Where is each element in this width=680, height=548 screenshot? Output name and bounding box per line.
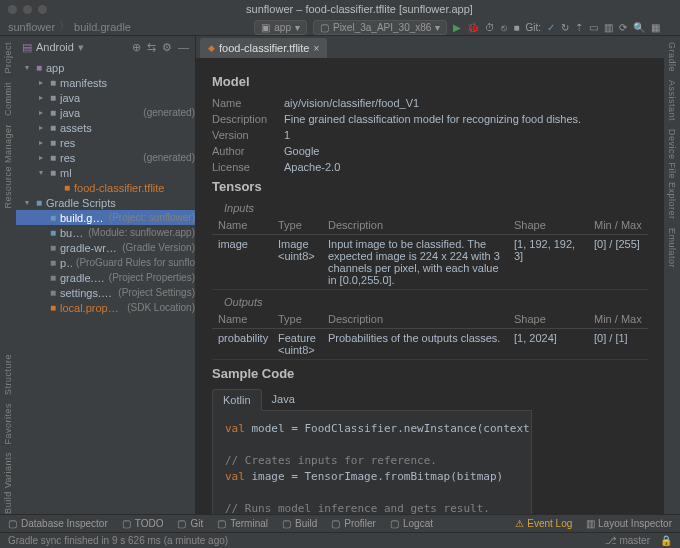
tool-tab-gradle[interactable]: Gradle xyxy=(667,42,677,72)
expand-icon[interactable]: ▸ xyxy=(36,93,46,102)
vcs-push-icon[interactable]: ⇡ xyxy=(575,22,583,33)
attach-icon[interactable]: ⎋ xyxy=(501,22,507,33)
tree-node-gradle-scripts[interactable]: ▾■Gradle Scripts xyxy=(16,195,195,210)
search-icon[interactable]: 🔍 xyxy=(633,22,645,33)
tool-icon: ▢ xyxy=(177,518,186,529)
tree-label: assets xyxy=(60,122,195,134)
split-icon[interactable]: ⇆ xyxy=(147,41,156,54)
editor-tabs: ◆ food-classifier.tflite × xyxy=(196,36,664,58)
col-shape: Shape xyxy=(508,216,588,235)
tree-node-settings-gradle[interactable]: ■settings.gradle(Project Settings) xyxy=(16,285,195,300)
tree-node-build-gradle[interactable]: ■build.gradle(Module: sunflower.app) xyxy=(16,225,195,240)
tool-tab-commit[interactable]: Commit xyxy=(3,82,13,116)
tool-tab-device-file-explorer[interactable]: Device File Explorer xyxy=(667,129,677,220)
tree-node-app[interactable]: ▾■app xyxy=(16,60,195,75)
lock-icon[interactable]: 🔒 xyxy=(660,535,672,546)
tool-icon: ▢ xyxy=(8,518,17,529)
layout-inspector[interactable]: ▥ Layout Inspector xyxy=(586,518,672,529)
vcs-commit-icon[interactable]: ↻ xyxy=(561,22,569,33)
left-tool-strip: ProjectCommitResource ManagerStructureFa… xyxy=(0,36,16,514)
tflite-icon: ◆ xyxy=(208,43,215,53)
tree-node-java[interactable]: ▸■java xyxy=(16,90,195,105)
module-selector[interactable]: ▣ app ▾ xyxy=(254,20,307,35)
tool-tab-build-variants[interactable]: Build Variants xyxy=(3,452,13,514)
device-selector[interactable]: ▢ Pixel_3a_API_30_x86 ▾ xyxy=(313,20,447,35)
tree-node-ml[interactable]: ▾■ml xyxy=(16,165,195,180)
editor-tab-label: food-classifier.tflite xyxy=(219,42,309,54)
gradle-icon: ■ xyxy=(46,227,60,238)
code-sample[interactable]: val model = FoodClassifier.newInstance(c… xyxy=(212,411,532,514)
tool-tab-favorites[interactable]: Favorites xyxy=(3,403,13,445)
folder-icon: ■ xyxy=(46,152,60,163)
tree-node-manifests[interactable]: ▸■manifests xyxy=(16,75,195,90)
window-controls[interactable] xyxy=(8,5,47,14)
target-icon[interactable]: ⊕ xyxy=(132,41,141,54)
breadcrumb-file[interactable]: build.gradle xyxy=(74,21,131,33)
tree-node-food-classifier-tflite[interactable]: ■food-classifier.tflite xyxy=(16,180,195,195)
col-shape: Shape xyxy=(508,310,588,329)
tree-node-res[interactable]: ▸■res xyxy=(16,135,195,150)
min-dot[interactable] xyxy=(23,5,32,14)
tree-node-build-gradle[interactable]: ■build.gradle(Project: sunflower) xyxy=(16,210,195,225)
git-branch[interactable]: ⎇ master xyxy=(605,535,650,546)
expand-icon[interactable]: ▾ xyxy=(22,198,32,207)
tree-node-gradle-wrapper-properties[interactable]: ■gradle-wrapper.properties(Gradle Versio… xyxy=(16,240,195,255)
settings-icon[interactable]: ▦ xyxy=(651,22,660,33)
tree-label: local.properties xyxy=(60,302,123,314)
sync-icon[interactable]: ⟳ xyxy=(619,22,627,33)
tool-tab-project[interactable]: Project xyxy=(3,42,13,74)
editor-tab-food-classifier[interactable]: ◆ food-classifier.tflite × xyxy=(200,38,327,58)
close-icon[interactable]: × xyxy=(313,43,319,54)
tree-node-java[interactable]: ▸■java(generated) xyxy=(16,105,195,120)
bottom-tool-logcat[interactable]: ▢ Logcat xyxy=(390,518,433,529)
project-view-title[interactable]: Android xyxy=(36,41,74,53)
gear-icon[interactable]: ⚙ xyxy=(162,41,172,54)
debug-icon[interactable]: 🐞 xyxy=(467,22,479,33)
bottom-tool-git[interactable]: ▢ Git xyxy=(177,518,203,529)
tree-node-local-properties[interactable]: ■local.properties(SDK Location) xyxy=(16,300,195,315)
tool-tab-emulator[interactable]: Emulator xyxy=(667,228,677,268)
expand-icon[interactable]: ▾ xyxy=(36,168,46,177)
tab-kotlin[interactable]: Kotlin xyxy=(212,389,262,411)
tool-tab-assistant[interactable]: Assistant xyxy=(667,80,677,121)
sdk-icon[interactable]: ▥ xyxy=(604,22,613,33)
prop-icon: ■ xyxy=(46,257,60,268)
model-desc-value: Fine grained classification model for re… xyxy=(284,113,581,125)
expand-icon[interactable]: ▸ xyxy=(36,108,46,117)
bottom-tool-database-inspector[interactable]: ▢ Database Inspector xyxy=(8,518,108,529)
expand-icon[interactable]: ▸ xyxy=(36,153,46,162)
prop-icon: ■ xyxy=(46,272,60,283)
tree-node-res[interactable]: ▸■res(generated) xyxy=(16,150,195,165)
tree-context: (ProGuard Rules for sunflo xyxy=(76,257,195,268)
expand-icon[interactable]: ▸ xyxy=(36,138,46,147)
event-log[interactable]: ⚠ Event Log xyxy=(515,518,572,529)
tree-label: gradle-wrapper.properties xyxy=(60,242,118,254)
expand-icon[interactable]: ▾ xyxy=(22,63,32,72)
tab-java[interactable]: Java xyxy=(262,389,305,410)
bottom-tool-profiler[interactable]: ▢ Profiler xyxy=(331,518,376,529)
stop-icon[interactable]: ■ xyxy=(513,22,519,33)
breadcrumb-project[interactable]: sunflower xyxy=(8,21,55,33)
max-dot[interactable] xyxy=(38,5,47,14)
vcs-update-icon[interactable]: ✓ xyxy=(547,22,555,33)
avd-icon[interactable]: ▭ xyxy=(589,22,598,33)
tree-node-assets[interactable]: ▸■assets xyxy=(16,120,195,135)
run-icon[interactable]: ▶ xyxy=(453,22,461,33)
model-author-value: Google xyxy=(284,145,319,157)
bottom-tool-terminal[interactable]: ▢ Terminal xyxy=(217,518,268,529)
project-tree[interactable]: ▾■app▸■manifests▸■java▸■java(generated)▸… xyxy=(16,58,195,514)
chevron-down-icon[interactable]: ▾ xyxy=(78,41,84,54)
tool-tab-structure[interactable]: Structure xyxy=(3,354,13,395)
close-dot[interactable] xyxy=(8,5,17,14)
breadcrumb-sep: 〉 xyxy=(59,19,70,34)
tensors-heading: Tensors xyxy=(212,179,648,194)
hide-icon[interactable]: — xyxy=(178,41,189,54)
bottom-tool-todo[interactable]: ▢ TODO xyxy=(122,518,164,529)
expand-icon[interactable]: ▸ xyxy=(36,78,46,87)
tree-node-proguard-rules-pro[interactable]: ■proguard-rules.pro(ProGuard Rules for s… xyxy=(16,255,195,270)
bottom-tool-build[interactable]: ▢ Build xyxy=(282,518,317,529)
expand-icon[interactable]: ▸ xyxy=(36,123,46,132)
tree-node-gradle-properties[interactable]: ■gradle.properties(Project Properties) xyxy=(16,270,195,285)
tool-tab-resource-manager[interactable]: Resource Manager xyxy=(3,124,13,209)
profile-icon[interactable]: ⏱ xyxy=(485,22,495,33)
